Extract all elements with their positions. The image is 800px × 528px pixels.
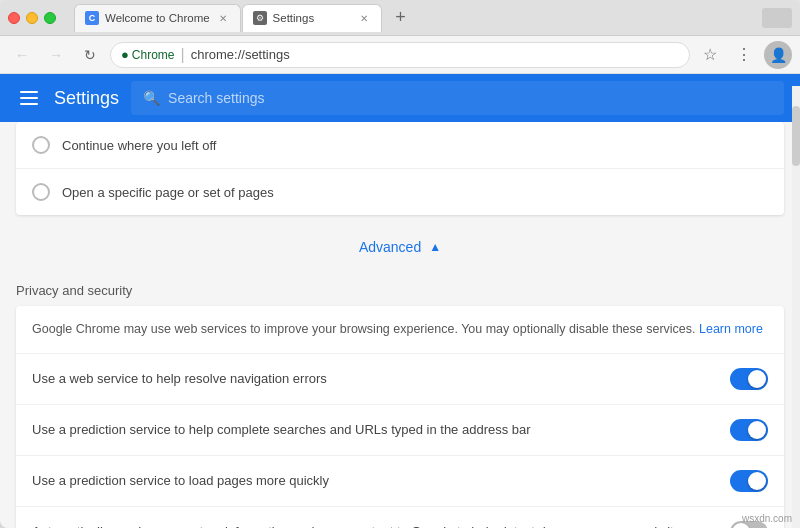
tab-bar: C Welcome to Chrome ✕ ⚙ Settings ✕ + [74, 4, 756, 32]
toggle-label-dangerous-apps: Automatically send some system informati… [32, 524, 718, 528]
bookmark-button[interactable]: ☆ [696, 41, 724, 69]
scrollbar-thumb[interactable] [792, 106, 800, 166]
titlebar: C Welcome to Chrome ✕ ⚙ Settings ✕ + [0, 0, 800, 36]
hamburger-line-1 [20, 91, 38, 93]
privacy-card: Google Chrome may use web services to im… [16, 306, 784, 528]
toggle-row-prediction-search: Use a prediction service to help complet… [16, 405, 784, 456]
learn-more-link[interactable]: Learn more [699, 322, 763, 336]
search-icon: 🔍 [143, 90, 160, 106]
advanced-row[interactable]: Advanced ▲ [0, 223, 800, 271]
advanced-label: Advanced [359, 239, 421, 255]
window-controls [762, 8, 792, 28]
address-text: chrome://settings [191, 47, 679, 62]
radio-specific-circle [32, 183, 50, 201]
secure-indicator: ● Chrome [121, 47, 175, 62]
refresh-button[interactable]: ↻ [76, 41, 104, 69]
traffic-lights [8, 12, 56, 24]
toggle-nav-errors[interactable] [730, 368, 768, 390]
privacy-info: Google Chrome may use web services to im… [16, 306, 784, 354]
tab-favicon-welcome: C [85, 11, 99, 25]
radio-continue[interactable]: Continue where you left off [16, 122, 784, 169]
minimize-button[interactable] [26, 12, 38, 24]
search-box[interactable]: 🔍 [131, 81, 784, 115]
close-button[interactable] [8, 12, 20, 24]
forward-button[interactable]: → [42, 41, 70, 69]
tab-close-settings[interactable]: ✕ [357, 11, 371, 25]
tab-welcome[interactable]: C Welcome to Chrome ✕ [74, 4, 241, 32]
tab-favicon-settings: ⚙ [253, 11, 267, 25]
toggle-row-nav-errors: Use a web service to help resolve naviga… [16, 354, 784, 405]
secure-label: Chrome [132, 48, 175, 62]
hamburger-menu-button[interactable] [16, 87, 42, 109]
address-bar: ← → ↻ ● Chrome | chrome://settings ☆ ⋮ 👤 [0, 36, 800, 74]
radio-continue-circle [32, 136, 50, 154]
settings-header: Settings 🔍 [0, 74, 800, 122]
privacy-section-label: Privacy and security [0, 271, 800, 306]
hamburger-line-2 [20, 97, 38, 99]
toggle-label-nav-errors: Use a web service to help resolve naviga… [32, 371, 718, 386]
tab-settings[interactable]: ⚙ Settings ✕ [242, 4, 382, 32]
settings-content: Continue where you left off Open a speci… [0, 122, 800, 528]
address-box[interactable]: ● Chrome | chrome://settings [110, 42, 690, 68]
watermark: wsxdn.com [742, 513, 792, 524]
new-tab-button[interactable]: + [387, 4, 415, 32]
toggle-knob-prediction-pages [748, 472, 766, 490]
radio-specific-label: Open a specific page or set of pages [62, 185, 274, 200]
settings-page-title: Settings [54, 88, 119, 109]
settings-page: Settings 🔍 Continue where you left off O… [0, 74, 800, 528]
maximize-button[interactable] [44, 12, 56, 24]
toggle-label-prediction-pages: Use a prediction service to load pages m… [32, 473, 718, 488]
address-separator: | [181, 46, 185, 64]
tab-title-welcome: Welcome to Chrome [105, 12, 210, 24]
radio-specific[interactable]: Open a specific page or set of pages [16, 169, 784, 215]
chevron-up-icon: ▲ [429, 240, 441, 254]
more-button[interactable]: ⋮ [730, 41, 758, 69]
chrome-icon: ● [121, 47, 129, 62]
radio-continue-label: Continue where you left off [62, 138, 216, 153]
toggle-prediction-pages[interactable] [730, 470, 768, 492]
tab-title-settings: Settings [273, 12, 351, 24]
scrollbar-track [792, 86, 800, 528]
toggle-prediction-search[interactable] [730, 419, 768, 441]
privacy-info-text: Google Chrome may use web services to im… [32, 322, 696, 336]
back-button[interactable]: ← [8, 41, 36, 69]
toggle-label-prediction-search: Use a prediction service to help complet… [32, 422, 718, 437]
profile-button[interactable]: 👤 [764, 41, 792, 69]
search-input[interactable] [168, 90, 772, 106]
toggle-row-prediction-pages: Use a prediction service to load pages m… [16, 456, 784, 507]
hamburger-line-3 [20, 103, 38, 105]
toggle-knob-prediction-search [748, 421, 766, 439]
toggle-knob-nav-errors [748, 370, 766, 388]
browser-window: C Welcome to Chrome ✕ ⚙ Settings ✕ + ← →… [0, 0, 800, 528]
on-startup-card: Continue where you left off Open a speci… [16, 122, 784, 215]
tab-close-welcome[interactable]: ✕ [216, 11, 230, 25]
toggle-row-dangerous-apps: Automatically send some system informati… [16, 507, 784, 528]
